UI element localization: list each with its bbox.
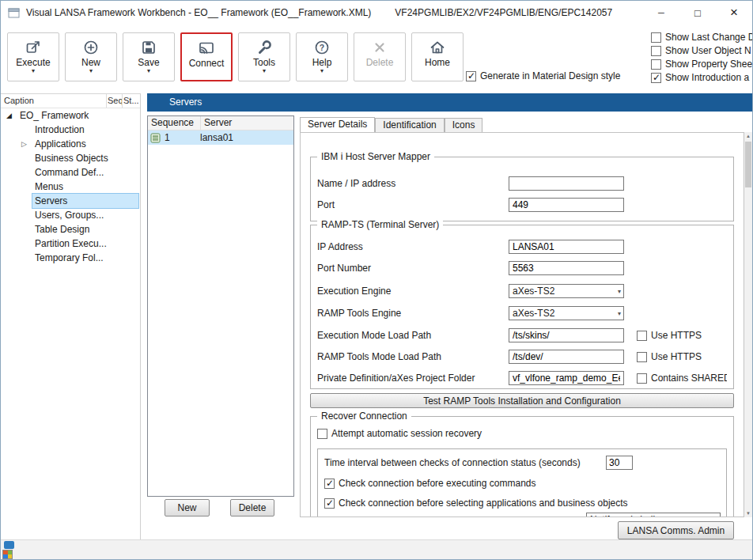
home-button[interactable]: Home <box>411 32 464 81</box>
tree-item-label: EO_ Framework <box>17 108 91 123</box>
tools-button[interactable]: Tools <box>238 32 290 81</box>
tree-column-seq[interactable]: Seq <box>107 94 123 108</box>
ramp-tools-path-label: RAMP Tools Mode Load Path <box>317 351 509 362</box>
close-icon[interactable] <box>716 1 752 25</box>
private-folder-row: Private Definition/aXes Project Folder C… <box>317 371 727 385</box>
show-last-change-checkbox[interactable]: Show Last Change D <box>651 32 752 43</box>
interval-input[interactable] <box>606 456 633 470</box>
show-introduction-checkbox[interactable]: Show Introduction a <box>651 72 752 83</box>
scroll-up-icon[interactable] <box>744 132 752 140</box>
tree-item-servers[interactable]: Servers <box>1 194 140 208</box>
ip-address-label: IP Address <box>317 241 509 252</box>
delete-server-button[interactable]: Delete <box>230 499 274 516</box>
expander-expanded-icon[interactable] <box>6 108 12 123</box>
column-sequence[interactable]: Sequence <box>148 116 201 130</box>
save-icon <box>140 37 157 57</box>
new-server-button[interactable]: New <box>165 499 210 516</box>
attempt-recovery-label: Attempt automatic session recovery <box>331 428 482 439</box>
tree-item-partition-execution[interactable]: Partition Execu... <box>1 236 140 251</box>
show-user-object-label: Show User Object N <box>665 45 751 56</box>
material-design-checkbox[interactable]: Generate in Material Design style <box>466 70 620 81</box>
attempt-recovery-checkbox[interactable]: Attempt automatic session recovery <box>317 428 482 439</box>
checkbox-box <box>651 46 661 56</box>
checkbox-box <box>637 331 647 341</box>
tree-item-label: Introduction <box>32 123 87 137</box>
contains-shared-checkbox[interactable]: Contains SHARED Obj <box>637 373 727 384</box>
execute-label: Execute <box>16 57 50 68</box>
minimize-icon[interactable] <box>643 1 679 25</box>
connect-button[interactable]: Connect <box>180 32 233 81</box>
tree-item-users-groups[interactable]: Users, Groups... <box>1 208 140 222</box>
use-https-checkbox[interactable]: Use HTTPS <box>637 330 702 341</box>
private-folder-input[interactable] <box>509 371 624 385</box>
tree-item-applications[interactable]: Applications <box>1 137 140 151</box>
tab-identification[interactable]: Identification <box>375 118 444 132</box>
servers-body: Sequence Server 1 lansa01 New Delete Ser… <box>147 112 752 539</box>
execution-engine-select[interactable]: aXes-TS2 <box>509 284 624 298</box>
check-before-select-label: Check connection before selecting applic… <box>339 498 628 509</box>
status-blue-icon <box>4 541 14 549</box>
vertical-scrollbar[interactable] <box>744 132 752 517</box>
server-list-header: Sequence Server <box>148 116 293 131</box>
use-https-checkbox[interactable]: Use HTTPS <box>637 351 702 362</box>
server-row[interactable]: 1 lansa01 <box>148 131 293 145</box>
column-server[interactable]: Server <box>201 116 293 130</box>
show-last-change-label: Show Last Change D <box>665 32 752 43</box>
app-window: Visual LANSA Framework Workbench - EO__ … <box>0 0 753 560</box>
port-input[interactable] <box>509 198 624 212</box>
app-icon <box>8 7 20 19</box>
tree-item-framework[interactable]: EO_ Framework <box>1 108 140 123</box>
tree-header: Caption Seq St... <box>1 94 140 108</box>
tree-item-business-objects[interactable]: Business Objects <box>1 151 140 165</box>
tree-item-menus[interactable]: Menus <box>1 180 140 194</box>
new-button[interactable]: New <box>65 32 117 81</box>
tree-item-table-design[interactable]: Table Design <box>1 222 140 236</box>
name-ip-input[interactable] <box>509 176 624 191</box>
execute-button[interactable]: Execute <box>7 32 59 81</box>
tab-icons[interactable]: Icons <box>445 118 483 132</box>
checkbox-box <box>466 71 476 81</box>
status-bar <box>1 539 752 559</box>
test-ramp-tools-button[interactable]: Test RAMP Tools Installation and Configu… <box>310 393 734 408</box>
check-before-exec-checkbox[interactable]: Check connection before executing comman… <box>324 476 720 490</box>
tree-item-introduction[interactable]: Introduction <box>1 123 140 137</box>
execution-mode-path-input[interactable] <box>509 328 624 342</box>
tree-item-label: Partition Execu... <box>32 236 109 251</box>
check-before-select-checkbox[interactable]: Check connection before selecting applic… <box>324 496 720 510</box>
scroll-down-icon[interactable] <box>744 509 752 517</box>
show-property-sheet-checkbox[interactable]: Show Property Shee <box>651 59 752 70</box>
recovery-options-box: Time interval between checks of connecti… <box>317 448 727 517</box>
checkbox-box <box>317 429 327 439</box>
use-https-label: Use HTTPS <box>651 351 702 362</box>
lansa-comms-admin-button[interactable]: LANSA Comms. Admin <box>618 521 734 539</box>
tree-item-label: Applications <box>32 137 89 151</box>
ip-address-input[interactable] <box>509 240 624 254</box>
expander-collapsed-icon[interactable] <box>21 137 27 151</box>
scrollbar-thumb[interactable] <box>745 142 751 187</box>
delete-icon <box>371 37 388 57</box>
tree-item-command-definitions[interactable]: Command Def... <box>1 165 140 180</box>
ramp-tools-path-input[interactable] <box>509 350 624 364</box>
show-user-object-checkbox[interactable]: Show User Object N <box>651 45 752 56</box>
checkbox-box <box>637 373 647 384</box>
recovery-action-select[interactable]: Notify and challenge... <box>586 513 721 517</box>
help-button[interactable]: ? Help <box>296 32 348 81</box>
tab-server-details[interactable]: Server Details <box>300 117 375 132</box>
ramp-tools-engine-select[interactable]: aXes-TS2 <box>509 306 624 320</box>
show-introduction-label: Show Introduction a <box>665 72 749 83</box>
server-details-tab-panel: IBM i Host Server Mapper Name / IP addre… <box>300 132 744 517</box>
ip-address-row: IP Address <box>317 240 727 254</box>
tree-column-status[interactable]: St... <box>123 94 140 108</box>
tree-column-caption[interactable]: Caption <box>1 94 107 108</box>
tree-item-temporary-folder[interactable]: Temporary Fol... <box>1 251 140 265</box>
material-design-label: Generate in Material Design style <box>480 70 620 81</box>
save-button[interactable]: Save <box>123 32 175 81</box>
server-details-panel: Server Details Identification Icons IBM … <box>300 117 752 517</box>
servers-main-panel: Servers Sequence Server 1 lansa01 New <box>147 93 752 539</box>
port-label: Port <box>317 199 509 210</box>
port-number-input[interactable] <box>509 261 624 275</box>
maximize-icon[interactable] <box>679 1 716 25</box>
checkbox-box <box>324 498 335 509</box>
ibm-host-group: IBM i Host Server Mapper Name / IP addre… <box>310 157 734 221</box>
interval-row: Time interval between checks of connecti… <box>324 456 720 470</box>
